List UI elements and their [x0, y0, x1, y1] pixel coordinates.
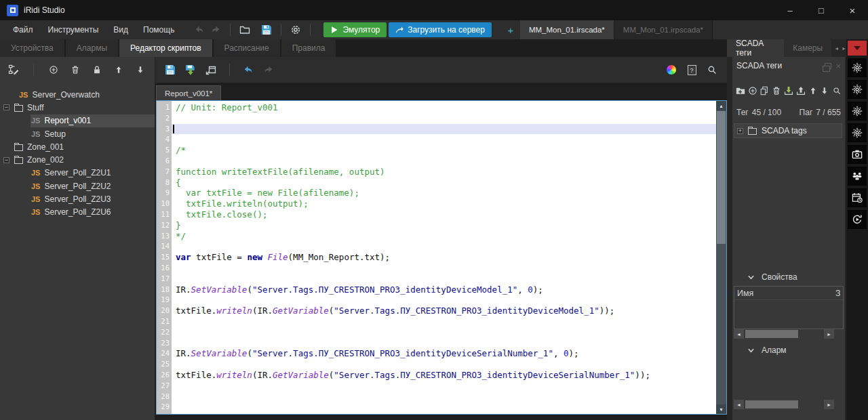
pager-right-icon[interactable]: ►	[842, 46, 846, 51]
open-in-window-icon[interactable]	[203, 62, 219, 78]
properties-section-header[interactable]: Свойства	[732, 272, 845, 282]
add-script-icon[interactable]	[45, 62, 62, 78]
document-tab[interactable]: MM_Mon_01.irpscada*	[614, 20, 713, 39]
property-name-row[interactable]: Имя Значение	[734, 287, 843, 300]
tree-folder-item[interactable]: −Zone_002	[0, 153, 155, 166]
save-project-icon[interactable]	[258, 22, 275, 38]
move-down-icon[interactable]	[132, 62, 149, 78]
emulator-button[interactable]: Эмулятор	[323, 22, 387, 37]
tree-script-item[interactable]: JSServer_Poll_Z2U2	[0, 180, 155, 192]
scroll-left-button[interactable]: ◄	[734, 400, 744, 409]
code-editor[interactable]: 1234567891011121314151617181920212223242…	[156, 100, 727, 415]
pager-left-icon[interactable]: ◄	[834, 46, 839, 51]
alarm-horizontal-scrollbar[interactable]: ◄ ►	[734, 400, 844, 409]
document-tab[interactable]: MM_Mon_01.irscada*	[520, 20, 614, 39]
copy-tag-icon[interactable]	[760, 84, 770, 98]
menu-item[interactable]: Инструменты	[41, 20, 106, 39]
scrollbar-thumb[interactable]	[745, 400, 798, 408]
undo-icon[interactable]	[191, 22, 208, 38]
alarm-section-header[interactable]: Аларм	[732, 345, 845, 355]
dock-schedule-icon[interactable]	[848, 188, 867, 207]
scroll-right-button[interactable]: ►	[824, 400, 834, 409]
tag-search-icon[interactable]	[831, 84, 842, 98]
scroll-left-button[interactable]: ◄	[734, 329, 744, 339]
maximize-button[interactable]: □	[806, 0, 837, 20]
tag-move-up-icon[interactable]	[808, 84, 818, 98]
expander-icon[interactable]: +	[737, 128, 743, 134]
code-line: IR.SetVariable("Server.Tags.ПУ_CRESTRON_…	[172, 348, 716, 359]
open-project-icon[interactable]	[237, 22, 253, 38]
add-folder-icon[interactable]	[735, 84, 746, 98]
main-tab[interactable]: Расписание	[214, 39, 281, 57]
tab-cameras[interactable]: Камеры	[784, 39, 831, 57]
dock-driver-icon[interactable]	[848, 123, 867, 142]
tree-script-item[interactable]: JSServer_Overwatch	[0, 88, 155, 101]
line-number: 14	[157, 241, 170, 252]
color-picker-icon[interactable]	[663, 62, 679, 78]
code-token: SetVariable	[191, 348, 248, 358]
dock-history-icon[interactable]	[848, 210, 867, 229]
dock-driver-icon[interactable]	[848, 58, 867, 77]
delete-tag-icon[interactable]	[771, 84, 782, 98]
upload-to-server-button[interactable]: Загрузить на сервер	[389, 22, 492, 37]
scroll-right-button[interactable]: ►	[824, 329, 834, 339]
import-tags-icon[interactable]	[783, 84, 794, 98]
editor-search-icon[interactable]	[704, 62, 720, 78]
menu-item[interactable]: Файл	[5, 20, 41, 39]
tree-script-item[interactable]: JSReport_v001	[0, 114, 155, 127]
scrollbar-thumb[interactable]	[717, 111, 726, 244]
tree-folder-item[interactable]: −Stuff	[0, 101, 155, 114]
editor-undo-icon[interactable]	[240, 62, 256, 78]
editor-vertical-scrollbar[interactable]: ▲ ▼	[716, 101, 726, 414]
save-script-icon[interactable]	[162, 62, 178, 78]
script-document-tab[interactable]: Report_v001*	[156, 85, 221, 100]
expander-icon[interactable]: −	[3, 104, 9, 110]
tree-script-item[interactable]: JSServer_Poll_Z2U1	[0, 167, 155, 180]
close-panel-icon[interactable]: ×	[835, 61, 841, 71]
dock-expand-button[interactable]	[848, 41, 867, 56]
tree-folder-item[interactable]: Zone_001	[0, 140, 155, 153]
close-button[interactable]: ×	[837, 0, 868, 20]
main-tab[interactable]: Правила	[281, 39, 338, 57]
editor-redo-icon[interactable]	[260, 62, 277, 78]
redo-icon[interactable]	[208, 22, 224, 38]
code-token: txtFile =	[191, 252, 248, 262]
help-icon[interactable]: ?	[684, 62, 700, 78]
menu-item[interactable]: Вид	[106, 20, 136, 39]
tag-move-down-icon[interactable]	[819, 84, 830, 98]
export-tags-icon[interactable]	[795, 84, 806, 98]
settings-gear-icon[interactable]	[288, 22, 304, 38]
code-area[interactable]: // Unit: Report_v001/*function writeText…	[172, 101, 716, 414]
menu-item[interactable]: Помощь	[136, 20, 182, 39]
main-tab[interactable]: Редактор скриптов	[119, 39, 214, 57]
float-panel-icon[interactable]	[825, 63, 831, 69]
tab-pager: ◄ ►	[834, 39, 846, 57]
tree-script-item[interactable]: JSServer_Poll_Z2U3	[0, 192, 155, 205]
dock-driver-icon[interactable]	[848, 102, 867, 121]
minimize-button[interactable]: –	[774, 0, 806, 20]
dock-driver-icon[interactable]	[848, 80, 867, 99]
tree-row-body: JSServer_Poll_Z2U1	[31, 167, 155, 180]
scroll-up-button[interactable]: ▲	[716, 101, 726, 110]
new-document-tab-button[interactable]: +	[501, 24, 520, 36]
delete-script-icon[interactable]	[67, 62, 83, 78]
dock-cameras-icon[interactable]	[848, 145, 867, 164]
scada-tags-root-folder[interactable]: + SCADA tags	[734, 123, 842, 138]
tree-script-item[interactable]: JSSetup	[0, 127, 155, 140]
scroll-down-button[interactable]: ▼	[716, 404, 726, 414]
lock-script-icon[interactable]	[89, 62, 105, 78]
scrollbar-thumb[interactable]	[745, 330, 798, 338]
code-line	[172, 392, 716, 402]
tree-script-item[interactable]: JSServer_Poll_Z2U6	[0, 206, 155, 219]
main-tab[interactable]: Алармы	[66, 39, 119, 57]
expander-icon[interactable]: −	[3, 157, 9, 163]
tab-scada-tags[interactable]: SCADA теги	[727, 39, 784, 57]
dock-users-icon[interactable]	[848, 167, 867, 186]
main-tab[interactable]: Устройства	[0, 39, 66, 57]
edit-script-icon[interactable]	[5, 62, 22, 78]
add-tag-icon[interactable]	[747, 84, 758, 98]
move-up-icon[interactable]	[111, 62, 127, 78]
line-number: 23	[157, 338, 170, 349]
properties-horizontal-scrollbar[interactable]: ◄ ►	[734, 329, 844, 339]
save-import-icon[interactable]	[182, 62, 199, 78]
